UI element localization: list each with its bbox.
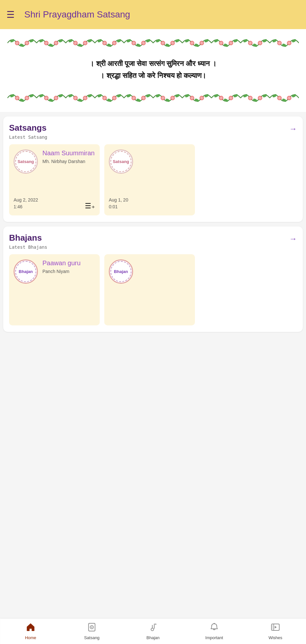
satsangs-cards-row: Satsang Naam Suummiran Mh. Nirbhay Darsh…	[9, 144, 297, 217]
menu-icon[interactable]: ☰	[6, 9, 15, 20]
header-title: Shri Prayagdham Satsang	[24, 9, 130, 20]
satsang-thumb-label-2: Satsang	[113, 159, 129, 164]
svg-point-6	[29, 38, 34, 43]
bhajan-card-2[interactable]: Bhajan	[104, 254, 195, 325]
svg-rect-13	[272, 624, 274, 630]
banner-line2: । श्रद्धा सहित जो करे निश्चय हो कल्याण।	[8, 70, 298, 82]
satsangs-arrow[interactable]: →	[289, 124, 297, 133]
bhajan-card-1[interactable]: Bhajan Paawan guru Panch Niyam	[9, 254, 100, 325]
bhajans-section: Bhajans → Latest Bhajans Bhajan Paawan g…	[3, 226, 303, 332]
bottom-navigation: Home Satsang Bhajan	[0, 618, 306, 644]
bhajans-cards-row: Bhajan Paawan guru Panch Niyam	[9, 254, 297, 327]
bhajan-card-2-top: Bhajan	[109, 259, 190, 284]
nav-label-important: Important	[205, 635, 223, 640]
satsangs-section: Satsangs → Latest Satsang Satsang Naam S…	[3, 116, 303, 222]
nav-item-home[interactable]: Home	[0, 620, 61, 643]
bhajan-thumb-label-2: Bhajan	[114, 269, 128, 274]
banner-section: । श्री आरती पूजा सेवा सत्संग सुमिरन और ध…	[0, 29, 306, 112]
nav-label-home: Home	[25, 635, 36, 640]
bhajan-info-1: Paawan guru Panch Niyam	[42, 259, 95, 274]
svg-rect-10	[214, 623, 215, 624]
satsangs-header: Satsangs →	[9, 123, 297, 133]
bhajan-info-2	[138, 259, 190, 261]
svg-marker-12	[275, 626, 277, 628]
satsang-thumb-1: Satsang	[14, 149, 38, 174]
nav-item-bhajan[interactable]: Bhajan	[122, 620, 184, 643]
satsang-footer-2: Aug 1, 20 0:01	[109, 197, 190, 210]
bhajan-thumb-1: Bhajan	[14, 259, 38, 284]
bhajan-nav-icon	[149, 623, 157, 634]
nav-item-satsang[interactable]: Satsang	[61, 620, 122, 643]
top-floral-border	[5, 32, 301, 52]
satsang-card-1-top: Satsang Naam Suummiran Mh. Nirbhay Darsh…	[14, 149, 95, 174]
satsang-card-2[interactable]: Satsang Aug 1, 20 0:01	[104, 144, 195, 215]
bhajans-arrow[interactable]: →	[289, 234, 297, 243]
svg-point-5	[19, 43, 24, 48]
bhajan-thumb-label-1: Bhajan	[19, 269, 33, 274]
svg-point-3	[26, 42, 28, 44]
satsang-footer-1: Aug 2, 2022 1:46 ☰₊	[14, 197, 95, 210]
bhajans-header: Bhajans →	[9, 233, 297, 243]
satsang-thumb-label-1: Satsang	[17, 159, 34, 164]
wishes-nav-icon	[271, 623, 280, 634]
satsang-info-1: Naam Suummiran Mh. Nirbhay Darshan	[42, 149, 95, 164]
satsang-artist-1: Mh. Nirbhay Darshan	[42, 159, 95, 164]
nav-label-wishes: Wishes	[268, 635, 282, 640]
app-header: ☰ Shri Prayagdham Satsang	[0, 0, 306, 29]
satsang-thumb-2: Satsang	[109, 149, 133, 174]
banner-text: । श्री आरती पूजा सेवा सत्संग सुमिरन और ध…	[5, 52, 301, 88]
satsang-date-1: Aug 2, 2022 1:46	[14, 197, 38, 210]
satsang-info-2	[138, 149, 190, 151]
satsang-title-1: Naam Suummiran	[42, 149, 95, 157]
important-nav-icon	[210, 623, 219, 634]
satsangs-subtitle: Latest Satsang	[9, 135, 297, 140]
nav-item-wishes[interactable]: Wishes	[245, 620, 306, 643]
nav-label-satsang: Satsang	[84, 635, 100, 640]
bhajan-artist-1: Panch Niyam	[42, 269, 95, 274]
satsang-card-1[interactable]: Satsang Naam Suummiran Mh. Nirbhay Darsh…	[9, 144, 100, 215]
svg-point-4	[9, 38, 15, 43]
bhajans-title: Bhajans	[9, 233, 42, 243]
bhajan-card-1-top: Bhajan Paawan guru Panch Niyam	[14, 259, 95, 284]
satsang-card-2-top: Satsang	[109, 149, 190, 174]
bhajan-thumb-2: Bhajan	[109, 259, 133, 284]
home-icon	[26, 623, 35, 634]
add-to-playlist-icon[interactable]: ☰₊	[85, 202, 95, 210]
bhajan-title-1: Paawan guru	[42, 259, 95, 267]
bhajans-subtitle: Latest Bhajans	[9, 245, 297, 250]
satsang-date-2: Aug 1, 20 0:01	[109, 197, 128, 210]
satsang-nav-icon	[88, 623, 96, 634]
satsangs-title: Satsangs	[9, 123, 47, 133]
banner-line1: । श्री आरती पूजा सेवा सत्संग सुमिरन और ध…	[8, 58, 298, 70]
nav-item-important[interactable]: Important	[184, 620, 245, 643]
svg-point-9	[151, 628, 154, 631]
svg-point-1	[16, 42, 18, 44]
nav-label-bhajan: Bhajan	[146, 635, 159, 640]
bottom-floral-border	[5, 88, 301, 107]
